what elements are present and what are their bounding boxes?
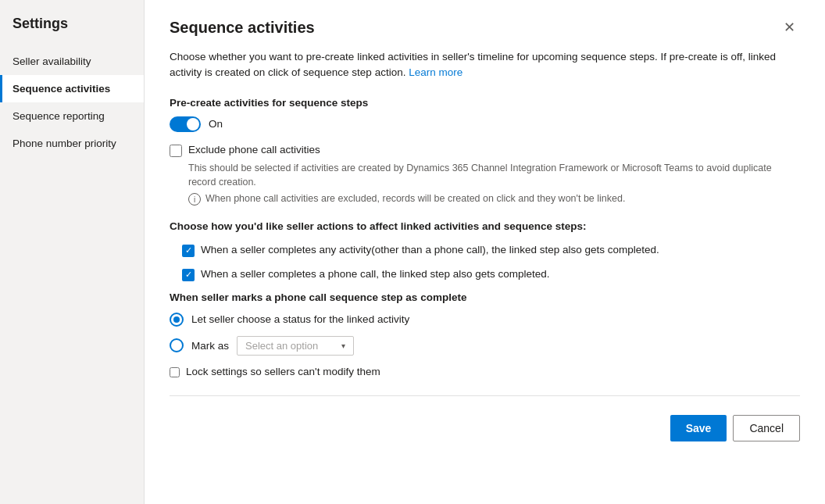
when-seller-label: When seller marks a phone call sequence … <box>170 291 800 303</box>
question-label: Choose how you'd like seller actions to … <box>170 220 779 232</box>
check-icon-2: ✓ <box>185 270 192 279</box>
close-icon: ✕ <box>784 20 795 35</box>
chevron-down-icon: ▾ <box>341 341 345 350</box>
radio2-prefix: Mark as <box>191 340 229 352</box>
exclude-checkbox-row: Exclude phone call activities <box>170 143 800 158</box>
pre-create-label: Pre-create activities for sequence steps <box>170 97 800 109</box>
option1-row: ✓ When a seller completes any activity(o… <box>182 243 800 258</box>
toggle-label: On <box>209 118 223 130</box>
info-row: i When phone call activities are exclude… <box>188 192 800 206</box>
exclude-phone-checkbox[interactable] <box>170 145 182 157</box>
radio1-button[interactable] <box>170 313 184 327</box>
lock-row: Lock settings so sellers can't modify th… <box>170 365 800 380</box>
info-icon: i <box>188 193 201 206</box>
select-placeholder: Select an option <box>245 340 318 352</box>
close-button[interactable]: ✕ <box>779 19 800 36</box>
option2-checkbox[interactable]: ✓ <box>182 269 195 281</box>
footer: Save Cancel <box>170 409 800 441</box>
toggle-row: On <box>170 116 800 132</box>
lock-label: Lock settings so sellers can't modify th… <box>186 365 380 380</box>
learn-more-link[interactable]: Learn more <box>409 66 462 78</box>
radio2-button[interactable] <box>170 338 184 352</box>
exclude-checkbox-label: Exclude phone call activities <box>188 143 320 158</box>
save-button[interactable]: Save <box>670 415 727 441</box>
lock-checkbox[interactable] <box>170 367 180 377</box>
panel-header: Sequence activities ✕ <box>170 19 800 37</box>
main-panel: Sequence activities ✕ Choose whether you… <box>145 0 825 504</box>
option2-row: ✓ When a seller completes a phone call, … <box>182 267 800 282</box>
radio1-row: Let seller choose a status for the linke… <box>170 313 800 327</box>
mark-as-dropdown[interactable]: Select an option ▾ <box>237 336 354 356</box>
radio1-label: Let seller choose a status for the linke… <box>191 313 409 325</box>
sidebar-item-seller-availability[interactable]: Seller availability <box>0 48 144 75</box>
pre-create-toggle[interactable] <box>170 116 201 132</box>
description-text: Choose whether you want to pre-create li… <box>170 49 800 81</box>
info-text: When phone call activities are excluded,… <box>205 192 625 206</box>
option1-label: When a seller completes any activity(oth… <box>201 243 659 258</box>
radio2-row: Mark as Select an option ▾ <box>170 336 800 356</box>
radio1-indicator <box>173 316 180 323</box>
sidebar-item-phone-number-priority[interactable]: Phone number priority <box>0 130 144 157</box>
cancel-button[interactable]: Cancel <box>733 415 800 441</box>
option2-label: When a seller completes a phone call, th… <box>201 267 550 282</box>
sidebar-item-sequence-reporting[interactable]: Sequence reporting <box>0 102 144 130</box>
exclude-subtext: This should be selected if activities ar… <box>188 162 800 189</box>
sidebar-title: Settings <box>0 16 144 48</box>
check-icon-1: ✓ <box>185 246 192 255</box>
footer-divider <box>170 395 800 396</box>
sidebar-item-sequence-activities[interactable]: Sequence activities <box>0 75 144 102</box>
when-seller-section: When seller marks a phone call sequence … <box>170 291 800 356</box>
panel-title: Sequence activities <box>170 19 315 37</box>
sidebar: Settings Seller availability Sequence ac… <box>0 0 145 504</box>
option1-checkbox[interactable]: ✓ <box>182 245 195 257</box>
